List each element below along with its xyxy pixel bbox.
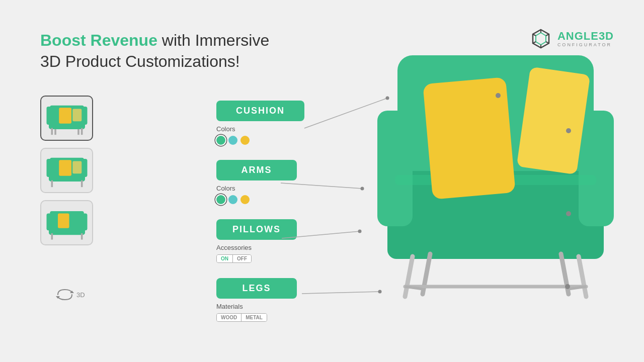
thumbnail-list	[40, 96, 93, 245]
svg-point-50	[566, 128, 571, 133]
legs-materials-label: Materials	[216, 303, 304, 310]
cushion-button[interactable]: CUSHION	[216, 101, 304, 121]
cushion-swatch-green[interactable]	[216, 136, 225, 145]
svg-rect-22	[59, 160, 71, 176]
svg-rect-40	[423, 77, 515, 200]
arms-group: ARMS Colors	[216, 160, 304, 204]
svg-rect-17	[77, 129, 79, 134]
pillows-button[interactable]: PILLOWS	[216, 219, 297, 240]
cushion-colors-label: Colors	[216, 125, 304, 133]
svg-rect-31	[51, 233, 53, 239]
cushion-group: CUSHION Colors	[216, 101, 304, 145]
arms-color-swatches	[216, 195, 304, 204]
rotate-3d-button[interactable]: 3D	[55, 288, 85, 302]
thumb-2-chair	[44, 152, 90, 190]
legs-material-wood[interactable]: WOOD	[217, 314, 241, 321]
svg-rect-23	[72, 161, 82, 173]
svg-rect-25	[80, 180, 83, 187]
thumb-3-chair	[44, 204, 90, 242]
headline-rest: with Immersive	[157, 31, 269, 49]
svg-rect-13	[72, 109, 82, 121]
pillows-group: PILLOWS Accessories ON OFF	[216, 219, 304, 263]
thumbnail-2[interactable]	[40, 148, 93, 193]
arms-colors-label: Colors	[216, 185, 304, 192]
svg-rect-12	[59, 108, 71, 124]
svg-rect-37	[377, 111, 413, 226]
svg-rect-32	[80, 233, 83, 239]
arms-button[interactable]: ARMS	[216, 160, 297, 180]
svg-rect-30	[58, 213, 69, 228]
thumbnail-3[interactable]	[40, 200, 93, 245]
svg-point-49	[566, 211, 571, 216]
pillows-toggle: ON OFF	[216, 254, 252, 263]
legs-group: LEGS Materials WOOD METAL	[216, 278, 304, 322]
legs-material-metal[interactable]: METAL	[241, 314, 267, 321]
pillows-toggle-on[interactable]: ON	[217, 255, 232, 262]
arms-swatch-green[interactable]	[216, 195, 225, 204]
rotate-3d-label: 3D	[76, 291, 85, 299]
svg-rect-38	[579, 111, 614, 226]
pillows-accessories-label: Accessories	[216, 244, 304, 251]
chair-svg	[357, 30, 634, 322]
cushion-swatch-yellow[interactable]	[240, 136, 250, 145]
legs-button[interactable]: LEGS	[216, 278, 297, 299]
svg-point-51	[496, 93, 501, 98]
chair-illustration	[357, 30, 634, 324]
arms-swatch-yellow[interactable]	[240, 195, 250, 204]
pillows-toggle-off[interactable]: OFF	[232, 255, 251, 262]
legs-material-toggle: WOOD METAL	[216, 313, 267, 322]
svg-line-42	[405, 256, 413, 297]
thumb-1-chair	[44, 100, 90, 137]
headline-green: Boost Revenue	[40, 31, 157, 49]
thumbnail-1[interactable]	[40, 96, 93, 141]
svg-line-43	[579, 256, 586, 297]
svg-rect-24	[51, 180, 53, 187]
headline: Boost Revenue with Immersive 3D Product …	[40, 30, 269, 72]
cushion-color-swatches	[216, 136, 304, 145]
svg-rect-16	[54, 129, 56, 134]
controls-panel: CUSHION Colors ARMS Colors PILLOWS Acces…	[216, 101, 304, 322]
rotate-arrows-icon	[55, 288, 74, 302]
headline-line2: 3D Product Customizations!	[40, 52, 240, 70]
page-header: Boost Revenue with Immersive 3D Product …	[40, 30, 269, 72]
svg-point-52	[565, 284, 570, 289]
svg-rect-14	[51, 128, 53, 135]
cushion-swatch-teal[interactable]	[228, 136, 237, 145]
svg-rect-15	[80, 128, 83, 135]
arms-swatch-teal[interactable]	[228, 195, 237, 204]
